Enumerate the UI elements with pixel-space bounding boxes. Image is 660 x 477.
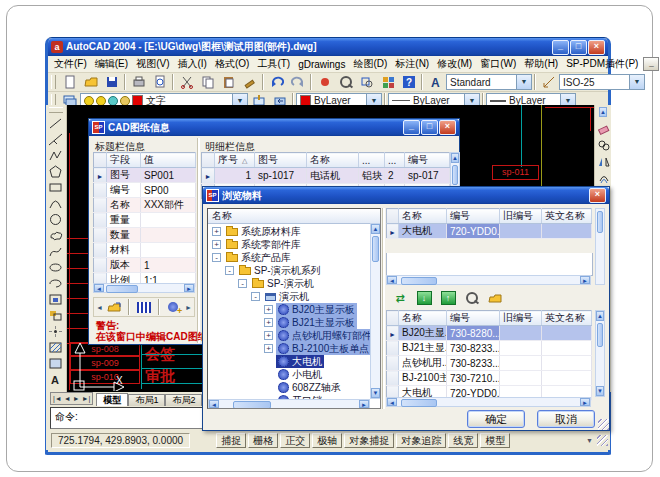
arc-button[interactable] <box>46 195 64 211</box>
erase-button[interactable] <box>595 121 613 137</box>
col-code[interactable]: 编号 <box>447 311 500 326</box>
make-block-button[interactable] <box>46 307 64 323</box>
table-row[interactable]: 名称XXX部件 <box>94 198 196 213</box>
pan-realtime-button[interactable] <box>314 73 335 92</box>
undo-button[interactable] <box>266 73 287 92</box>
expand-icon[interactable]: + <box>264 344 273 353</box>
table-row[interactable]: ► BJ20主显... 730-8280... <box>387 326 592 341</box>
revcloud-button[interactable] <box>46 227 64 243</box>
tab-next-icon[interactable]: ► <box>73 395 80 402</box>
plot-preview-button[interactable] <box>149 73 170 92</box>
table-row[interactable]: ►图号SP001 <box>94 168 196 183</box>
dialog-resize-grip[interactable] <box>598 419 609 430</box>
polygon-button[interactable] <box>46 163 64 179</box>
dim-style-combo[interactable]: ISO-25 ▼ <box>559 74 645 90</box>
col-value[interactable]: 值 <box>141 153 196 168</box>
tab-last-icon[interactable]: ►| <box>82 395 91 402</box>
ortho-toggle[interactable]: 正交 <box>280 433 310 448</box>
zoom-realtime-button[interactable] <box>335 73 356 92</box>
tree-vscrollbar[interactable]: ▲ ▼ <box>370 223 380 399</box>
expand-icon[interactable]: + <box>212 227 221 236</box>
offset-button[interactable] <box>595 169 613 185</box>
scroll-right-icon[interactable]: ► <box>580 276 590 284</box>
export-button[interactable] <box>103 298 126 316</box>
expand-icon[interactable]: + <box>264 331 273 340</box>
expand-icon[interactable]: + <box>212 240 221 249</box>
table-row[interactable]: 编号SP00 <box>94 183 196 198</box>
help-button[interactable]: ? <box>398 73 419 92</box>
exchange-button[interactable]: ⇄ <box>388 289 412 307</box>
dialog-close-button[interactable]: × <box>589 188 606 203</box>
tab-model[interactable]: 模型 <box>96 393 128 406</box>
browse-dialog-titlebar[interactable]: SP 浏览物料 × <box>203 187 609 204</box>
tree-item[interactable]: -系统产品库 <box>212 251 293 264</box>
col-old-code[interactable]: 旧编号 <box>500 209 542 224</box>
menu-window[interactable]: 窗口(W) <box>476 57 520 71</box>
scroll-right-icon[interactable]: ► <box>359 400 369 408</box>
tab-prev-icon[interactable]: ◄ <box>64 395 71 402</box>
properties-button[interactable] <box>377 73 398 92</box>
text-button[interactable]: A <box>46 371 64 387</box>
scroll-right-icon[interactable]: ► <box>184 284 194 292</box>
chevron-down-icon[interactable]: ▼ <box>516 75 531 89</box>
col-drawing-no[interactable]: 图号 <box>255 153 307 168</box>
status-menu-arrow-icon[interactable]: ▼ <box>586 437 593 444</box>
scroll-up-icon[interactable]: ▲ <box>596 311 604 321</box>
cancel-button[interactable]: 取消 <box>537 410 595 428</box>
scroll-up-icon[interactable]: ▲ <box>371 224 380 234</box>
snap-toggle[interactable]: 捕捉 <box>216 433 246 448</box>
ellipse-arc-button[interactable] <box>46 275 64 291</box>
save-button[interactable] <box>101 73 122 92</box>
expand-icon[interactable]: + <box>264 318 273 327</box>
cut-button[interactable] <box>176 73 197 92</box>
tab-layout1[interactable]: 布局1 <box>128 394 165 406</box>
menu-draw[interactable]: 绘图(D) <box>349 57 391 71</box>
construction-line-button[interactable] <box>46 131 64 147</box>
col-name[interactable]: 名称 <box>307 153 359 168</box>
add-part-button[interactable] <box>162 298 185 316</box>
col-english-name[interactable]: 英文名称 <box>542 311 592 326</box>
menu-edit[interactable]: 编辑(E) <box>91 57 132 71</box>
open-button[interactable] <box>80 73 101 92</box>
ellipse-button[interactable] <box>46 259 64 275</box>
tree-hscrollbar[interactable]: ◄ ► <box>208 399 370 409</box>
tab-layout2[interactable]: 布局2 <box>165 394 202 406</box>
barcode-button[interactable] <box>132 298 155 316</box>
menu-view[interactable]: 视图(V) <box>132 57 173 71</box>
scroll-left-icon[interactable]: ◄ <box>94 284 104 292</box>
rectangle-button[interactable] <box>46 179 64 195</box>
resize-grip[interactable] <box>597 435 608 446</box>
col-part-no[interactable]: 编号 <box>405 153 450 168</box>
spline-button[interactable] <box>46 243 64 259</box>
new-button[interactable] <box>59 73 80 92</box>
line-button[interactable] <box>46 115 64 131</box>
titlebar[interactable]: a AutoCAD 2004 - [E:\UG\dwg\图框\测试用图(部件).… <box>48 38 608 56</box>
table-row[interactable]: ► 1 sp-1017 电话机 铝块 2 sp-017 <box>202 168 450 184</box>
col-code[interactable]: 编号 <box>447 209 500 224</box>
table-row[interactable]: 版本1 <box>94 258 196 273</box>
copy-button[interactable] <box>197 73 218 92</box>
redo-button[interactable] <box>287 73 308 92</box>
col-ellipsis2[interactable]: ... <box>385 153 405 168</box>
lineweight-toggle[interactable]: 线宽 <box>448 433 478 448</box>
open-folder-button[interactable] <box>484 289 508 307</box>
maximize-button[interactable]: □ <box>570 40 587 55</box>
model-toggle[interactable]: 模型 <box>480 433 510 448</box>
table-row[interactable]: 点钞机用... 730-8233... <box>387 356 592 371</box>
table-row[interactable]: 数量 <box>94 228 196 243</box>
selected-table-hscrollbar[interactable]: ◄ ► <box>386 275 591 285</box>
col-ellipsis1[interactable]: ... <box>359 153 385 168</box>
toolbar-grip[interactable] <box>49 107 63 113</box>
col-old-code[interactable]: 旧编号 <box>500 311 542 326</box>
browse-splitter[interactable] <box>382 208 385 409</box>
circle-button[interactable] <box>46 211 64 227</box>
bom-table[interactable]: 名称 编号 旧编号 英文名称 ► BJ20主显... 730-8280... B… <box>386 310 592 401</box>
table-row[interactable]: 重量 <box>94 213 196 228</box>
chevron-down-icon[interactable]: ▼ <box>629 75 644 89</box>
toolbar-scroll-right-icon[interactable]: ► <box>185 304 192 311</box>
zoom-window-button[interactable] <box>356 73 377 92</box>
scroll-left-icon[interactable]: ◄ <box>209 400 219 408</box>
menu-sp-pdm[interactable]: SP-PDM插件(P) <box>562 57 642 71</box>
ok-button[interactable]: 确定 <box>467 410 525 428</box>
collapse-icon[interactable]: - <box>238 279 247 288</box>
